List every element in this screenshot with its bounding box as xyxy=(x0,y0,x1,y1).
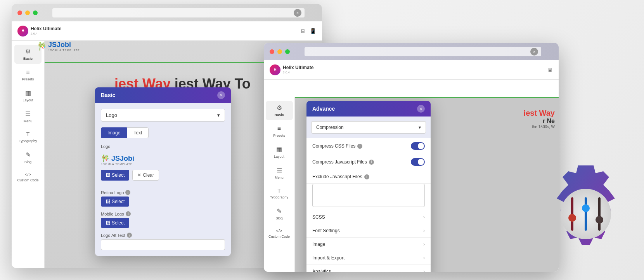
logo-sub: JOOMLA TEMPLATE xyxy=(101,163,134,165)
right-sidebar-item-blog[interactable]: ✎ Blog xyxy=(266,204,293,223)
logo-btn-row: 🖼 Select ✕ Clear xyxy=(101,170,225,181)
compress-css-info-icon: i xyxy=(357,144,362,149)
right-sidebar-label-typography: Typography xyxy=(270,195,288,199)
advance-nav-font-settings[interactable]: Font Settings › xyxy=(306,224,431,238)
right-sidebar-label-menu: Menu xyxy=(275,176,284,179)
basic-dropdown[interactable]: Logo ▾ xyxy=(101,109,225,122)
helix-logo-left: H Helix Ultimate 2.0.4 xyxy=(17,26,61,37)
dot-red[interactable] xyxy=(17,10,22,15)
svg-point-4 xyxy=(582,204,590,212)
retina-select-button[interactable]: 🖼 Select xyxy=(101,197,129,207)
advance-nav-import-export[interactable]: Import & Export › xyxy=(306,251,431,265)
sidebar-label-typography: Typography xyxy=(19,139,37,143)
right-sidebar-label-blog: Blog xyxy=(275,216,282,220)
typography-icon: T xyxy=(26,131,30,137)
monitor-icon[interactable]: 🖥 xyxy=(300,28,306,34)
right-close-tab-icon[interactable]: × xyxy=(530,48,538,56)
right-dot-yellow[interactable] xyxy=(277,49,282,54)
right-sidebar-label-basic: Basic xyxy=(274,113,284,117)
sidebar-item-menu[interactable]: ☰ Menu xyxy=(14,107,42,126)
logo-icon: 🎋 xyxy=(101,155,109,162)
dot-green[interactable] xyxy=(33,10,38,15)
compress-js-info-icon: i xyxy=(369,160,374,165)
helix-header-left: H Helix Ultimate 2.0.4 🖥 📱 xyxy=(12,21,322,41)
advance-nav-analytics[interactable]: Analytics › xyxy=(306,265,431,272)
basic-dropdown-arrow: ▾ xyxy=(217,112,220,118)
advance-dropdown[interactable]: Compression ▾ xyxy=(311,121,426,134)
helix-logo-icon-right: H xyxy=(270,64,280,75)
advance-dialog-close[interactable]: × xyxy=(417,105,425,113)
helix-logo-right: H Helix Ultimate 2.0.4 xyxy=(270,64,313,75)
compress-css-toggle[interactable] xyxy=(411,142,425,150)
advance-nav-scss[interactable]: SCSS › xyxy=(306,210,431,224)
close-tab-icon[interactable]: × xyxy=(294,9,301,17)
right-sidebar-label-presets: Presets xyxy=(273,134,285,137)
right-typography-icon: T xyxy=(277,188,281,194)
helix-version-left: 2.0.4 xyxy=(31,32,61,35)
retina-image-icon: 🖼 xyxy=(106,199,110,204)
basic-dialog: Basic × Logo ▾ Image Text xyxy=(95,87,231,256)
right-sidebar-item-menu[interactable]: ☰ Menu xyxy=(266,163,293,183)
presets-icon: ≡ xyxy=(26,69,29,76)
right-sidebar-item-presets[interactable]: ≡ Presets xyxy=(266,122,293,141)
compress-css-toggle-knob xyxy=(418,143,424,149)
tab-image[interactable]: Image xyxy=(101,127,127,138)
dot-yellow[interactable] xyxy=(25,10,30,15)
helix-header-right: H Helix Ultimate 2.0.4 🖥 xyxy=(264,60,559,80)
gear-svg xyxy=(531,160,640,268)
retina-logo-label: Retina Logo i xyxy=(101,190,225,195)
right-monitor-icon[interactable]: 🖥 xyxy=(547,67,553,73)
right-sidebar-item-typography[interactable]: T Typography xyxy=(266,184,293,202)
sidebar-item-typography[interactable]: T Typography xyxy=(14,128,42,146)
sidebar-item-custom-code[interactable]: </> Custom Code xyxy=(14,169,42,185)
jsjobi-text: JSJobi xyxy=(48,41,80,49)
logo-clear-button[interactable]: ✕ Clear xyxy=(132,170,159,181)
advance-nav-import-label: Import & Export xyxy=(312,255,345,261)
tab-text[interactable]: Text xyxy=(127,127,149,138)
right-window-content: ⚙ Basic ≡ Presets ▦ Layout ☰ Menu T Typo… xyxy=(264,97,559,272)
advance-dropdown-arrow: ▾ xyxy=(419,125,421,130)
right-preview-text2: r Ne xyxy=(524,118,555,125)
logo-select-button[interactable]: 🖼 Select xyxy=(101,170,129,181)
image-icon: 🖼 xyxy=(106,172,110,178)
tablet-icon[interactable]: 📱 xyxy=(310,28,316,34)
logo-image: 🎋 JSJobi JOOMLA TEMPLATE xyxy=(101,152,147,167)
basic-dialog-title: Basic xyxy=(101,92,115,98)
compress-js-toggle[interactable] xyxy=(411,158,425,166)
sidebar-label-menu: Menu xyxy=(24,119,33,123)
sidebar-item-layout[interactable]: ▦ Layout xyxy=(14,86,42,105)
right-sidebar-item-layout[interactable]: ▦ Layout xyxy=(266,143,293,162)
advance-dropdown-value: Compression xyxy=(316,125,344,130)
right-url-bar[interactable]: × xyxy=(305,47,541,56)
right-sidebar-item-custom-code[interactable]: </> Custom Code xyxy=(266,225,293,242)
exclude-js-textarea[interactable] xyxy=(312,184,425,207)
logo-text: 🎋 JSJobi xyxy=(101,154,134,163)
advance-dialog: Advance × Compression ▾ xyxy=(306,101,431,272)
right-custom-code-icon: </> xyxy=(276,228,282,233)
advance-nav-image-label: Image xyxy=(312,242,325,247)
sidebar-item-presets[interactable]: ≡ Presets xyxy=(14,66,42,84)
x-icon: ✕ xyxy=(137,172,141,178)
advance-nav-image[interactable]: Image › xyxy=(306,238,431,251)
blog-icon: ✎ xyxy=(26,151,31,158)
gear-decoration xyxy=(531,160,640,268)
mobile-select-button[interactable]: 🖼 Select xyxy=(101,218,129,228)
advance-nav-font-arrow: › xyxy=(423,228,425,233)
sidebar-label-custom-code: Custom Code xyxy=(17,178,38,182)
advance-dialog-body: Compression ▾ Compress CSS Files i xyxy=(306,121,431,272)
exclude-js-info-icon: i xyxy=(364,174,369,179)
advance-dialog-title: Advance xyxy=(312,106,335,112)
right-layout-icon: ▦ xyxy=(276,146,282,153)
basic-dropdown-value: Logo xyxy=(106,112,117,118)
right-dot-red[interactable] xyxy=(270,49,274,54)
right-sidebar-item-basic[interactable]: ⚙ Basic xyxy=(266,101,293,120)
sidebar-item-blog[interactable]: ✎ Blog xyxy=(14,148,42,167)
advance-nav-import-arrow: › xyxy=(423,255,425,261)
right-dot-green[interactable] xyxy=(285,49,290,54)
retina-info-icon: i xyxy=(125,190,130,195)
right-sidebar-label-layout: Layout xyxy=(274,155,284,158)
basic-dialog-close[interactable]: × xyxy=(217,91,225,99)
url-bar[interactable]: × xyxy=(52,8,305,17)
alt-text-input[interactable] xyxy=(101,239,225,250)
mobile-btn-row: 🖼 Select xyxy=(101,218,225,228)
